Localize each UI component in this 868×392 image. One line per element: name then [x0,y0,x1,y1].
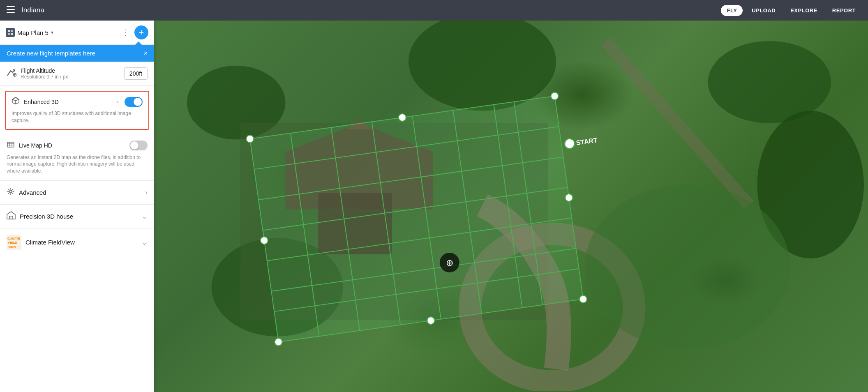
svg-line-42 [413,116,441,319]
menu-icon[interactable] [7,6,15,15]
svg-line-38 [250,139,278,342]
climate-section[interactable]: CLIMATE FIELD VIEW Climate FieldView ⌄ [0,228,154,256]
svg-point-36 [585,184,790,348]
enhanced-3d-label: Enhanced 3D [24,99,112,105]
top-navigation: Indiana FLY UPLOAD EXPLORE REPORT [0,0,868,21]
svg-rect-1 [7,9,15,10]
svg-point-60 [427,316,435,325]
svg-rect-5 [8,33,10,35]
precision-3d-section[interactable]: Precision 3D house ⌄ [0,205,154,228]
svg-line-39 [291,133,319,336]
svg-line-40 [331,127,360,330]
main-container: Map Plan 5 ▾ ⋮ + Create new flight templ… [0,0,868,392]
svg-rect-37 [250,96,583,342]
livemap-label: Live Map HD [19,142,129,149]
dropdown-arrow-icon: ▾ [51,30,53,35]
map-area[interactable]: START ⊕ [154,21,868,392]
advanced-icon [7,187,15,198]
svg-rect-20 [9,216,13,219]
advanced-chevron-icon: › [145,188,148,197]
upload-nav-button[interactable]: UPLOAD [746,5,781,16]
report-nav-button[interactable]: REPORT [826,5,861,16]
enhanced-3d-section: Enhanced 3D → Improves quality of 3D str… [5,91,149,130]
climate-chevron-icon: ⌄ [141,238,148,247]
svg-line-53 [274,269,579,311]
livemap-row: Live Map HD [7,141,148,151]
svg-point-56 [550,92,559,100]
map-plan-selector[interactable]: Map Plan 5 ▾ [6,28,117,37]
svg-point-27 [708,41,831,123]
svg-rect-6 [11,33,13,35]
explore-nav-button[interactable]: EXPLORE [785,5,823,16]
climate-logo: CLIMATE FIELD VIEW [7,235,21,250]
sidebar-header: Map Plan 5 ▾ ⋮ + [0,21,154,45]
svg-rect-4 [11,30,13,32]
svg-line-51 [267,218,572,261]
enhanced-3d-row: Enhanced 3D → [12,97,143,107]
arrow-indicator-icon: → [112,97,120,106]
svg-rect-33 [318,193,392,254]
app-title: Indiana [21,6,721,14]
nav-actions: FLY UPLOAD EXPLORE REPORT [721,5,861,16]
enhanced-3d-description: Improves quality of 3D structures with a… [12,110,143,124]
svg-point-18 [9,190,12,193]
altitude-resolution: Resolution: 0.7 in / px [21,74,124,80]
advanced-section[interactable]: Advanced › [0,181,154,205]
svg-text:VIEW: VIEW [8,245,16,249]
create-flight-banner[interactable]: Create new flight templates here × [0,45,154,62]
svg-line-43 [453,111,481,314]
svg-point-28 [757,111,864,258]
svg-point-55 [246,135,254,143]
sidebar: Map Plan 5 ▾ ⋮ + Create new flight templ… [0,21,154,392]
svg-text:CLIMATE: CLIMATE [7,237,20,240]
svg-point-57 [274,338,282,346]
map-plan-icon [6,28,15,37]
svg-line-48 [254,127,559,169]
svg-line-44 [494,105,522,308]
svg-line-54 [279,299,583,342]
precision-3d-icon [7,211,16,221]
svg-line-52 [271,249,576,291]
map-plan-name: Map Plan 5 [17,29,48,36]
svg-line-35 [605,41,749,205]
svg-line-49 [259,157,563,200]
svg-marker-11 [12,97,19,101]
altitude-icon [7,68,16,79]
svg-rect-13 [7,142,14,147]
svg-point-62 [565,194,573,202]
svg-point-61 [260,236,268,244]
altitude-label: Flight Altitude [21,67,124,74]
enhanced-3d-icon [12,97,20,107]
fly-nav-button[interactable]: FLY [721,5,743,16]
svg-point-65 [440,253,459,272]
svg-marker-19 [7,212,15,219]
livemap-icon [7,141,15,151]
svg-line-41 [372,122,400,325]
altitude-value[interactable]: 200ft [124,67,148,80]
svg-point-59 [398,113,406,122]
livemap-section: Live Map HD Generates an instant 2D map … [0,135,154,181]
svg-rect-2 [7,12,15,13]
svg-point-63 [564,138,575,149]
svg-line-50 [263,187,567,230]
advanced-label: Advanced [19,189,145,196]
svg-text:START: START [576,136,598,146]
svg-rect-30 [240,123,548,320]
svg-rect-0 [7,6,15,7]
svg-text:⊕: ⊕ [446,258,453,268]
more-options-icon[interactable]: ⋮ [120,26,131,39]
svg-line-46 [555,96,583,299]
close-banner-button[interactable]: × [144,50,148,57]
toggle-knob [134,98,142,106]
altitude-info: Flight Altitude Resolution: 0.7 in / px [21,67,124,80]
enhanced-3d-toggle[interactable] [125,97,143,107]
svg-rect-3 [8,30,10,32]
svg-text:FIELD: FIELD [8,241,17,244]
map-features-svg: START ⊕ [154,21,868,391]
livemap-toggle[interactable] [129,141,148,150]
svg-point-26 [187,66,286,140]
svg-point-58 [579,295,587,303]
add-button[interactable]: + [134,25,148,39]
livemap-description: Generates an instant 2D map as the drone… [7,154,148,175]
livemap-toggle-knob [130,141,139,150]
